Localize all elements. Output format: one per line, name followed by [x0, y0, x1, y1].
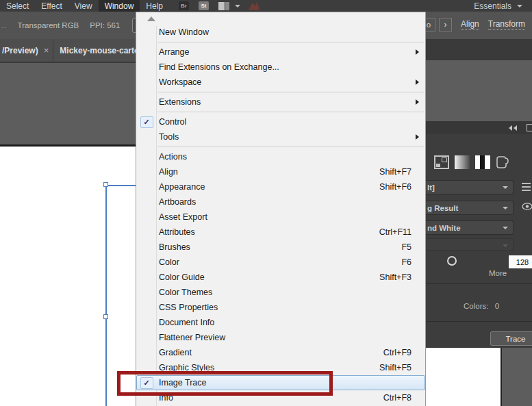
- arrange-documents-icon[interactable]: [218, 2, 229, 10]
- menubar-item-window[interactable]: Window: [99, 0, 140, 12]
- menu-item-extensions[interactable]: Extensions: [136, 94, 425, 110]
- menu-item-label: Control: [159, 117, 186, 127]
- menu-item-label: Appearance: [159, 182, 205, 192]
- color-mode-label: Transparent RGB: [18, 21, 79, 29]
- menu-item-label: Artboards: [159, 197, 196, 207]
- outline-preset-icon[interactable]: [495, 155, 510, 169]
- next-arrow-button[interactable]: ›: [439, 18, 452, 31]
- collapse-panel-icon[interactable]: [507, 125, 517, 131]
- close-tab-icon[interactable]: ×: [44, 45, 49, 55]
- palette-dropdown-disabled: [426, 238, 514, 251]
- gpu-performance-icon[interactable]: [249, 2, 259, 10]
- menu-item-label: Attributes: [159, 227, 195, 237]
- menu-item-css-properties[interactable]: CSS Properties: [136, 300, 425, 315]
- selection-handle[interactable]: [103, 314, 108, 319]
- tab-label: Mickey-mouse-carto: [60, 46, 139, 55]
- annotation-highlight-rectangle: [117, 371, 333, 396]
- menu-item-label: Arrange: [159, 47, 189, 57]
- mode-value: nd White: [427, 224, 461, 232]
- menu-separator: [136, 144, 425, 149]
- submenu-arrow-icon: [411, 49, 422, 55]
- menu-item-new-window[interactable]: New Window: [136, 25, 425, 40]
- menu-item-find-extensions-on-exchange[interactable]: Find Extensions on Exchange...: [136, 60, 425, 75]
- threshold-slider-handle[interactable]: [447, 256, 457, 266]
- menu-item-actions[interactable]: Actions: [136, 149, 425, 164]
- panel-divider: [426, 283, 532, 284]
- menubar-item-help[interactable]: Help: [140, 0, 169, 12]
- transform-link[interactable]: Transform: [488, 19, 525, 30]
- menu-item-label: Color: [159, 257, 179, 267]
- menu-item-align[interactable]: AlignShift+F7: [136, 164, 425, 179]
- menu-item-workspace[interactable]: Workspace: [136, 75, 425, 90]
- view-dropdown[interactable]: g Result: [426, 201, 514, 215]
- high-color-preset-icon[interactable]: [455, 155, 470, 169]
- menu-item-shortcut: Ctrl+F8: [383, 393, 411, 403]
- trace-button[interactable]: Trace: [490, 331, 532, 346]
- bridge-icon[interactable]: Br: [179, 1, 189, 10]
- chevron-down-icon: [503, 227, 508, 229]
- chevron-down-icon: [503, 207, 508, 210]
- mode-dropdown[interactable]: nd White: [426, 220, 514, 235]
- menu-item-label: Tools: [159, 132, 179, 142]
- menu-item-shortcut: Shift+F7: [379, 167, 411, 177]
- chevron-down-icon: [503, 244, 508, 247]
- menu-item-arrange[interactable]: Arrange: [136, 45, 425, 60]
- menu-item-appearance[interactable]: AppearanceShift+F6: [136, 179, 425, 194]
- align-link[interactable]: Align: [461, 19, 479, 30]
- menu-item-control[interactable]: ✓Control: [136, 114, 425, 129]
- colors-value: 0: [495, 302, 499, 310]
- workspace-switcher[interactable]: Essentials: [474, 1, 511, 11]
- chevron-down-icon[interactable]: [235, 5, 240, 8]
- document-tab-preview[interactable]: /Preview) ×: [0, 39, 53, 62]
- preset-menu-icon[interactable]: [522, 183, 531, 191]
- menu-item-tools[interactable]: Tools: [136, 129, 425, 144]
- menu-item-flattener-preview[interactable]: Flattener Preview: [136, 330, 425, 345]
- menu-item-brushes[interactable]: BrushesF5: [136, 240, 425, 255]
- menu-gutter: ✓: [136, 116, 157, 128]
- checkmark-icon: ✓: [140, 116, 153, 128]
- menu-scroll-up[interactable]: [136, 12, 425, 25]
- visibility-eye-icon[interactable]: [522, 203, 532, 212]
- menu-item-artboards[interactable]: Artboards: [136, 194, 425, 210]
- chevron-down-icon: [503, 186, 508, 189]
- menu-item-label: Gradient: [159, 348, 192, 357]
- menubar-item-effect[interactable]: Effect: [35, 0, 68, 12]
- menu-item-label: Find Extensions on Exchange...: [159, 62, 279, 72]
- colors-label: Colors:: [464, 302, 488, 310]
- menubar-item-select[interactable]: Select: [0, 0, 35, 12]
- menu-item-label: Brushes: [159, 242, 190, 252]
- auto-color-preset-icon[interactable]: [434, 155, 449, 169]
- selection-handle[interactable]: [103, 182, 108, 187]
- menu-item-color-guide[interactable]: Color GuideShift+F3: [136, 270, 425, 285]
- view-value: g Result: [427, 204, 458, 212]
- preset-dropdown[interactable]: lt]: [426, 180, 514, 194]
- panel-options-icon[interactable]: [527, 124, 532, 131]
- menu-item-attributes[interactable]: AttributesCtrl+F11: [136, 225, 425, 240]
- window-menu-items: New WindowArrangeFind Extensions on Exch…: [136, 25, 425, 405]
- pasteboard: [502, 348, 532, 406]
- colors-count-row: Colors: 0: [464, 302, 499, 310]
- more-label: More: [489, 269, 507, 277]
- menu-item-label: Actions: [159, 152, 187, 162]
- menu-item-color-themes[interactable]: Color Themes: [136, 285, 425, 300]
- menu-item-color[interactable]: ColorF6: [136, 255, 425, 270]
- menu-item-label: Document Info: [159, 318, 214, 327]
- menu-item-asset-export[interactable]: Asset Export: [136, 210, 425, 225]
- menu-item-gradient[interactable]: GradientCtrl+F9: [136, 345, 425, 360]
- artboard: [426, 348, 501, 406]
- trace-preset-row: [426, 155, 532, 172]
- menu-item-label: Workspace: [159, 77, 201, 87]
- tab-bar-right-area: [426, 39, 532, 62]
- stock-icon[interactable]: St: [199, 1, 209, 10]
- menu-item-shortcut: Shift+F5: [379, 363, 411, 372]
- threshold-value-field[interactable]: 128: [509, 255, 532, 268]
- preset-combo-fragment[interactable]: o: [425, 18, 435, 31]
- document-tab-mickey-mouse[interactable]: Mickey-mouse-carto: [53, 39, 143, 62]
- black-white-preset-icon[interactable]: [475, 155, 490, 169]
- menu-item-shortcut: Ctrl+F11: [379, 227, 411, 237]
- menu-item-document-info[interactable]: Document Info: [136, 315, 425, 330]
- menu-separator: [136, 90, 425, 94]
- workspace-chevron-icon[interactable]: [517, 5, 522, 8]
- menu-item-shortcut: Ctrl+F9: [383, 348, 411, 357]
- menubar-item-view[interactable]: View: [68, 0, 99, 12]
